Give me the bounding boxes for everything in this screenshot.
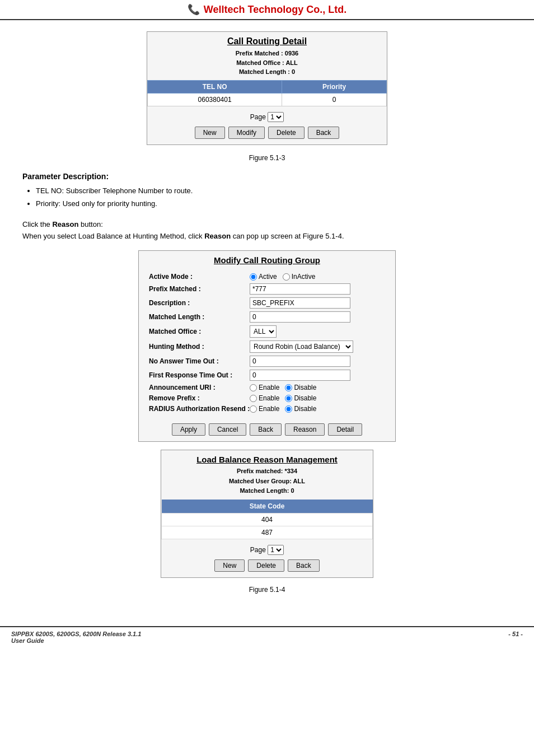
page-select[interactable]: 1 xyxy=(268,112,284,122)
inactive-radio[interactable] xyxy=(283,273,290,281)
announcement-uri-value: Enable Disable xyxy=(250,384,385,391)
active-radio-label[interactable]: Active xyxy=(250,273,277,281)
radius-value: Enable Disable xyxy=(250,405,385,413)
description-input[interactable] xyxy=(250,297,350,309)
apply-button[interactable]: Apply xyxy=(172,423,205,436)
announcement-uri-label: Announcement URI : xyxy=(149,384,250,391)
lbrm-page-select[interactable]: 1 xyxy=(268,545,284,555)
lbrm-btn-row: New Delete Back xyxy=(167,559,367,572)
announcement-disable-label[interactable]: Disable xyxy=(285,384,316,391)
cancel-button[interactable]: Cancel xyxy=(209,423,246,436)
announcement-enable-label[interactable]: Enable xyxy=(250,384,279,391)
first-response-input[interactable] xyxy=(250,370,350,381)
lbrm-length-label: Matched Length: xyxy=(240,487,289,494)
new-button[interactable]: New xyxy=(195,127,225,139)
modify-box: Modify Call Routing Group Active Mode : … xyxy=(138,250,396,442)
remove-enable-radio[interactable] xyxy=(250,395,257,402)
radius-disable-text: Disable xyxy=(294,405,316,413)
rem-disable-text: Disable xyxy=(294,394,316,402)
active-mode-value: Active InActive xyxy=(250,273,385,281)
lbrm-new-button[interactable]: New xyxy=(214,559,245,572)
ann-disable-text: Disable xyxy=(294,384,316,391)
radius-disable-radio[interactable] xyxy=(285,405,292,413)
first-response-label: First Response Time Out : xyxy=(149,371,250,379)
lbrm-back-button[interactable]: Back xyxy=(288,559,320,572)
lbrm-container: Load Balance Reason Management Prefix ma… xyxy=(22,450,512,578)
no-answer-timeout-row: No Answer Time Out : xyxy=(149,356,385,367)
inactive-radio-label[interactable]: InActive xyxy=(283,273,316,281)
ann-enable-text: Enable xyxy=(259,384,279,391)
page-body: Call Routing Detail Prefix Matched : 093… xyxy=(0,20,534,615)
lbrm-col-statecode: State Code xyxy=(162,500,373,514)
prefix-matched-label: Prefix Matched : xyxy=(149,285,250,293)
hunting-method-value: Round Robin (Load Balance) xyxy=(250,340,385,353)
active-mode-row: Active Mode : Active InActive xyxy=(149,273,385,281)
lbrm-page-row: Page 1 xyxy=(167,545,367,555)
matched-office-row: Matched Office : ALL xyxy=(149,325,385,338)
param-item-2: Priority: Used only for priority hunting… xyxy=(36,197,512,210)
col-telno: TEL NO xyxy=(148,80,282,93)
lbrm-delete-button[interactable]: Delete xyxy=(248,559,284,572)
announcement-disable-radio[interactable] xyxy=(285,384,292,391)
matched-office-label: Matched Office : xyxy=(149,328,250,335)
no-answer-timeout-value xyxy=(250,356,385,367)
lbrm-footer: Page 1 New Delete Back xyxy=(161,539,373,577)
back-button2[interactable]: Back xyxy=(250,423,282,436)
routing-detail-container: Call Routing Detail Prefix Matched : 093… xyxy=(22,31,512,145)
matched-length-input[interactable] xyxy=(250,311,350,323)
no-answer-timeout-input[interactable] xyxy=(250,356,350,367)
param-item-1: TEL NO: Subscriber Telephone Number to r… xyxy=(36,184,512,197)
description-row: Description : xyxy=(149,297,385,309)
modify-button[interactable]: Modify xyxy=(228,127,265,139)
reason-bold1: Reason xyxy=(52,220,78,228)
routing-detail-table: TEL NO Priority 060380401 0 xyxy=(147,80,387,106)
lbrm-length-val: 0 xyxy=(291,487,294,494)
lbrm-usergroup-label: Matched User Group: xyxy=(229,478,292,484)
description-value xyxy=(250,297,385,309)
company-name: Welltech Technology Co., Ltd. xyxy=(204,4,346,15)
active-radio[interactable] xyxy=(250,273,257,281)
prefix-matched-row: Prefix Matched : xyxy=(149,283,385,295)
remove-enable-label[interactable]: Enable xyxy=(250,394,279,402)
lbrm-page-label: Page xyxy=(250,546,266,554)
footer-page-num: - 51 - xyxy=(508,631,523,644)
lbrm-length: Matched Length: 0 xyxy=(161,486,373,496)
remove-disable-radio[interactable] xyxy=(285,395,292,402)
hunting-method-label: Hunting Method : xyxy=(149,343,250,351)
modify-form: Active Mode : Active InActive Prefix Ma xyxy=(139,269,395,419)
reason2-post: can pop up screen at Figure 5.1-4. xyxy=(231,232,344,240)
figure1-caption: Figure 5.1-3 xyxy=(22,154,512,162)
radius-enable-radio[interactable] xyxy=(250,405,257,413)
remove-prefix-label: Remove Prefix : xyxy=(149,394,250,402)
lbrm-title: Load Balance Reason Management xyxy=(161,450,373,466)
delete-button[interactable]: Delete xyxy=(268,127,305,139)
detail-button[interactable]: Detail xyxy=(328,423,362,436)
matched-office-meta: Matched Office : ALL xyxy=(147,58,387,68)
matched-office-select[interactable]: ALL xyxy=(250,325,277,338)
page-header: 📞 Welltech Technology Co., Ltd. xyxy=(0,0,534,20)
reason-pre: Click the xyxy=(22,220,52,228)
modify-container: Modify Call Routing Group Active Mode : … xyxy=(22,250,512,442)
prefix-matched-input[interactable] xyxy=(250,283,350,295)
routing-detail-meta: Prefix Matched : 0936 Matched Office : A… xyxy=(147,49,387,80)
announcement-enable-radio[interactable] xyxy=(250,384,257,391)
remove-disable-label[interactable]: Disable xyxy=(285,394,316,402)
hunting-method-select[interactable]: Round Robin (Load Balance) xyxy=(250,340,353,353)
modify-title: Modify Call Routing Group xyxy=(139,251,395,269)
lbrm-usergroup-val: ALL xyxy=(293,478,305,484)
radius-disable-label[interactable]: Disable xyxy=(285,405,316,413)
rem-enable-text: Enable xyxy=(259,394,279,402)
radius-row: RADIUS Authorization Resend : Enable Dis… xyxy=(149,405,385,413)
remove-prefix-value: Enable Disable xyxy=(250,394,385,402)
radius-enable-label[interactable]: Enable xyxy=(250,405,279,413)
param-description: Parameter Description: TEL NO: Subscribe… xyxy=(22,172,512,211)
matched-length-meta: Matched Length : 0 xyxy=(147,67,387,77)
cell-telno: 060380401 xyxy=(148,93,282,106)
lbrm-prefix-label: Prefix matched: xyxy=(237,468,283,474)
prefix-matched-value xyxy=(250,283,385,295)
lbrm-prefix-val: *334 xyxy=(284,468,297,474)
back-button[interactable]: Back xyxy=(308,127,340,139)
reason-button[interactable]: Reason xyxy=(285,423,325,436)
matched-length-row: Matched Length : xyxy=(149,311,385,323)
page-footer: SIPPBX 6200S, 6200GS, 6200N Release 3.1.… xyxy=(0,626,534,647)
